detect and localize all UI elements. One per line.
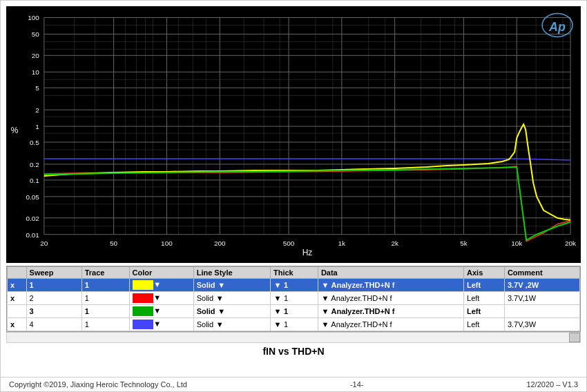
main-container: 100 50 20 10 5 2 1 0.5 0.2 0.1 0.05 0.02… bbox=[0, 0, 587, 392]
row-linestyle[interactable]: Solid ▼ bbox=[193, 279, 270, 292]
col-header-linestyle: Line Style bbox=[193, 267, 270, 279]
row-axis: Left bbox=[464, 305, 505, 318]
table-row[interactable]: x41▼Solid ▼▼ 1▼ Analyzer.THD+N fLeft3.7V… bbox=[8, 318, 580, 331]
svg-text:0.05: 0.05 bbox=[26, 193, 39, 201]
svg-text:0.2: 0.2 bbox=[30, 161, 39, 168]
row-axis: Left bbox=[464, 318, 505, 331]
chart-area: 100 50 20 10 5 2 1 0.5 0.2 0.1 0.05 0.02… bbox=[6, 6, 581, 263]
svg-text:Ap: Ap bbox=[548, 20, 566, 34]
svg-text:Hz: Hz bbox=[302, 248, 313, 257]
row-comment: 3.7V,1W bbox=[504, 292, 579, 305]
row-trace: 1 bbox=[81, 318, 129, 331]
row-trace: 1 bbox=[81, 292, 129, 305]
row-linestyle[interactable]: Solid ▼ bbox=[193, 318, 270, 331]
col-header-comment: Comment bbox=[504, 267, 579, 279]
row-data[interactable]: ▼ Analyzer.THD+N f bbox=[318, 305, 463, 318]
row-thick[interactable]: ▼ 1 bbox=[270, 292, 318, 305]
row-comment: 3.7V ,2W bbox=[504, 279, 579, 292]
row-thick[interactable]: ▼ 1 bbox=[270, 279, 318, 292]
col-header-sweep: Sweep bbox=[26, 267, 81, 279]
chart-title: fIN vs THD+N bbox=[1, 343, 586, 358]
svg-text:5k: 5k bbox=[460, 239, 468, 247]
svg-text:500: 500 bbox=[283, 239, 295, 247]
row-color[interactable]: ▼ bbox=[129, 305, 193, 318]
svg-text:%: % bbox=[11, 126, 19, 135]
footer: Copyright ©2019, Jiaxing Heroic Technolo… bbox=[1, 377, 586, 391]
svg-text:20: 20 bbox=[40, 239, 48, 247]
svg-text:1: 1 bbox=[35, 123, 39, 130]
col-header-data: Data bbox=[318, 267, 463, 279]
row-color[interactable]: ▼ bbox=[129, 318, 193, 331]
svg-text:20k: 20k bbox=[565, 239, 576, 247]
version-text: 12/2020 – V1.3 bbox=[526, 380, 578, 389]
row-comment bbox=[504, 305, 579, 318]
row-check[interactable]: x bbox=[8, 318, 27, 331]
svg-text:0.5: 0.5 bbox=[30, 139, 39, 146]
page-number: -14- bbox=[350, 380, 364, 389]
col-header-trace: Trace bbox=[81, 267, 129, 279]
table-row[interactable]: x21▼Solid ▼▼ 1▼ Analyzer.THD+N fLeft3.7V… bbox=[8, 292, 580, 305]
row-trace: 1 bbox=[81, 305, 129, 318]
row-sweep: 3 bbox=[26, 305, 81, 318]
row-check[interactable]: x bbox=[8, 279, 27, 292]
row-sweep: 1 bbox=[26, 279, 81, 292]
chart-title-text: fIN vs THD+N bbox=[262, 346, 324, 357]
svg-text:0.01: 0.01 bbox=[26, 231, 39, 239]
svg-text:0.02: 0.02 bbox=[26, 215, 39, 222]
svg-text:10k: 10k bbox=[511, 239, 522, 247]
row-color[interactable]: ▼ bbox=[129, 279, 193, 292]
row-sweep: 2 bbox=[26, 292, 81, 305]
row-axis: Left bbox=[464, 292, 505, 305]
svg-text:20: 20 bbox=[32, 52, 40, 59]
svg-text:100: 100 bbox=[28, 14, 39, 21]
svg-text:200: 200 bbox=[214, 239, 226, 247]
svg-text:50: 50 bbox=[110, 239, 118, 247]
scrollbar-area[interactable] bbox=[6, 332, 581, 343]
legend-table: Sweep Trace Color Line Style Thick Data … bbox=[7, 266, 580, 331]
svg-text:100: 100 bbox=[161, 239, 173, 247]
row-comment: 3.7V,3W bbox=[504, 318, 579, 331]
row-sweep: 4 bbox=[26, 318, 81, 331]
col-header-check bbox=[8, 267, 27, 279]
col-header-axis: Axis bbox=[464, 267, 505, 279]
row-trace: 1 bbox=[81, 279, 129, 292]
svg-text:5: 5 bbox=[35, 84, 39, 92]
svg-text:10: 10 bbox=[32, 68, 40, 76]
row-data[interactable]: ▼ Analyzer.THD+N f bbox=[318, 318, 463, 331]
svg-text:0.1: 0.1 bbox=[30, 177, 39, 184]
table-row[interactable]: x11▼Solid ▼▼ 1▼ Analyzer.THD+N fLeft3.7V… bbox=[8, 279, 580, 292]
table-row[interactable]: 31▼Solid ▼▼ 1▼ Analyzer.THD+N fLeft bbox=[8, 305, 580, 318]
chart-svg: 100 50 20 10 5 2 1 0.5 0.2 0.1 0.05 0.02… bbox=[6, 6, 581, 263]
row-axis: Left bbox=[464, 279, 505, 292]
row-linestyle[interactable]: Solid ▼ bbox=[193, 292, 270, 305]
row-thick[interactable]: ▼ 1 bbox=[270, 318, 318, 331]
svg-text:2: 2 bbox=[35, 106, 39, 114]
row-check[interactable] bbox=[8, 305, 27, 318]
row-check[interactable]: x bbox=[8, 292, 27, 305]
row-data[interactable]: ▼ Analyzer.THD+N f bbox=[318, 279, 463, 292]
copyright-text: Copyright ©2019, Jiaxing Heroic Technolo… bbox=[9, 380, 187, 389]
legend-table-container: Sweep Trace Color Line Style Thick Data … bbox=[6, 266, 581, 332]
row-color[interactable]: ▼ bbox=[129, 292, 193, 305]
row-data[interactable]: ▼ Analyzer.THD+N f bbox=[318, 292, 463, 305]
svg-rect-0 bbox=[6, 7, 581, 262]
svg-text:2k: 2k bbox=[391, 239, 398, 247]
row-thick[interactable]: ▼ 1 bbox=[270, 305, 318, 318]
row-linestyle[interactable]: Solid ▼ bbox=[193, 305, 270, 318]
col-header-color: Color bbox=[129, 267, 193, 279]
svg-text:1k: 1k bbox=[338, 239, 346, 247]
scroll-thumb[interactable] bbox=[569, 333, 580, 342]
col-header-thick: Thick bbox=[270, 267, 318, 279]
svg-text:50: 50 bbox=[32, 30, 40, 38]
